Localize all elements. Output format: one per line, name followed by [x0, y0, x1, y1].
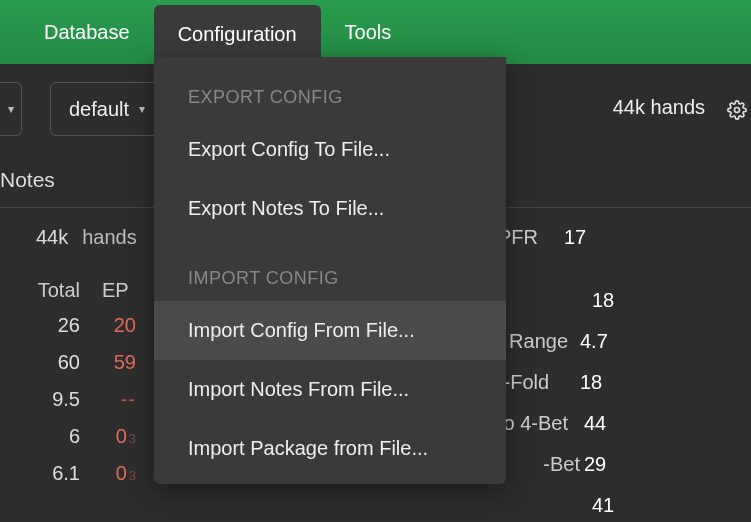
col-ep: EP: [102, 279, 129, 302]
menu-database[interactable]: Database: [20, 3, 154, 62]
stat-value: 41: [592, 494, 614, 517]
configuration-menu: EXPORT CONFIG Export Config To File... E…: [154, 57, 506, 484]
menu-configuration[interactable]: Configuration: [154, 5, 321, 64]
cell-ep: 03: [102, 425, 136, 448]
stat-label: t Range: [498, 330, 576, 353]
cell-total: 26: [32, 314, 80, 337]
config-select[interactable]: default ▾: [50, 82, 164, 136]
hands-summary-count: 44k: [36, 226, 68, 249]
stat-value: 18: [580, 371, 602, 394]
svg-point-0: [735, 108, 740, 113]
tab-notes[interactable]: Notes: [0, 154, 65, 207]
gear-icon: [727, 100, 747, 120]
stat-row: -Bet 29: [498, 453, 614, 476]
chevron-down-icon: ▾: [8, 102, 14, 116]
stat-value: 44: [584, 412, 606, 435]
cell-total: 6: [32, 425, 80, 448]
menubar: Database Configuration Tools: [0, 0, 751, 64]
menu-import-notes[interactable]: Import Notes From File...: [154, 360, 506, 419]
hands-summary-unit: hands: [82, 226, 137, 249]
cell-ep: 03: [102, 462, 136, 485]
menu-import-config[interactable]: Import Config From File...: [154, 301, 506, 360]
cell-total: 9.5: [32, 388, 80, 411]
toolbar-left-dropdown[interactable]: ▾: [0, 82, 22, 136]
menu-tools[interactable]: Tools: [321, 3, 416, 62]
stat-value: 17: [564, 226, 586, 249]
hands-count: 44k hands: [613, 96, 705, 119]
stat-row: t Range 4.7: [498, 330, 614, 353]
stat-row: PFR 17: [498, 226, 614, 249]
col-total: Total: [32, 279, 80, 302]
cell-total: 60: [32, 351, 80, 374]
stat-label: to 4-Bet: [498, 412, 580, 435]
stat-row: 18: [498, 289, 614, 312]
chevron-down-icon: ▾: [139, 102, 145, 116]
menu-export-notes[interactable]: Export Notes To File...: [154, 179, 506, 238]
stat-label: t-Fold: [498, 371, 576, 394]
cell-ep: 59: [102, 351, 136, 374]
cell-ep: --: [102, 388, 136, 411]
menu-export-config[interactable]: Export Config To File...: [154, 120, 506, 179]
stat-row: t-Fold 18: [498, 371, 614, 394]
stat-value: 4.7: [580, 330, 608, 353]
menu-section-import: IMPORT CONFIG: [154, 238, 506, 301]
stat-value: 29: [584, 453, 606, 476]
hands-summary: 44k hands: [36, 226, 137, 249]
cell-ep: 20: [102, 314, 136, 337]
stat-value: 18: [592, 289, 614, 312]
cell-total: 6.1: [32, 462, 80, 485]
menu-section-export: EXPORT CONFIG: [154, 57, 506, 120]
config-select-value: default: [69, 98, 129, 121]
stat-row: 41: [498, 494, 614, 517]
settings-button[interactable]: [727, 100, 747, 124]
menu-import-package[interactable]: Import Package from File...: [154, 419, 506, 478]
right-stats: PFR 17 18 t Range 4.7 t-Fold 18 to 4-Bet…: [498, 226, 614, 522]
stat-label: -Bet: [498, 453, 580, 476]
stat-row: to 4-Bet 44: [498, 412, 614, 435]
